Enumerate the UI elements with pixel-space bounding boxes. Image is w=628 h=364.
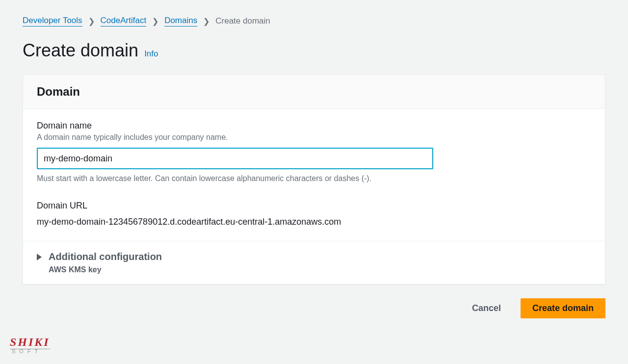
breadcrumb: Developer Tools ❯ CodeArtifact ❯ Domains…	[23, 16, 605, 26]
domain-name-field: Domain name A domain name typically incl…	[37, 121, 591, 183]
domain-name-description: A domain name typically includes your co…	[37, 133, 591, 142]
caret-right-icon	[37, 254, 42, 260]
breadcrumb-developer-tools[interactable]: Developer Tools	[23, 16, 82, 26]
domain-url-value: my-demo-domain-123456789012.d.codeartifa…	[37, 217, 591, 227]
additional-configuration-title: Additional configuration	[49, 251, 162, 262]
domain-url-label: Domain URL	[37, 201, 591, 211]
panel-header: Domain	[23, 75, 605, 109]
info-link[interactable]: Info	[144, 49, 158, 59]
page-title: Create domain	[23, 40, 138, 61]
button-row: Cancel Create domain	[23, 298, 605, 318]
breadcrumb-codeartifact[interactable]: CodeArtifact	[101, 16, 147, 26]
additional-configuration-section: Additional configuration AWS KMS key	[23, 241, 605, 284]
domain-url-section: Domain URL my-demo-domain-123456789012.d…	[37, 201, 591, 227]
panel-title: Domain	[37, 85, 591, 99]
breadcrumb-current: Create domain	[215, 16, 270, 26]
domain-name-label: Domain name	[37, 121, 591, 131]
chevron-right-icon: ❯	[152, 17, 158, 26]
cancel-button[interactable]: Cancel	[460, 298, 513, 318]
logo-main: SHIKI	[10, 336, 50, 349]
chevron-right-icon: ❯	[88, 17, 95, 26]
chevron-right-icon: ❯	[203, 17, 209, 26]
shiki-logo: SHIKI SOFT	[10, 336, 50, 354]
breadcrumb-domains[interactable]: Domains	[164, 16, 197, 26]
domain-panel: Domain Domain name A domain name typical…	[23, 75, 605, 285]
domain-name-input[interactable]	[37, 148, 433, 169]
domain-name-constraint: Must start with a lowercase letter. Can …	[37, 174, 591, 183]
additional-configuration-subtitle: AWS KMS key	[49, 265, 591, 274]
additional-configuration-toggle[interactable]: Additional configuration	[37, 251, 591, 262]
create-domain-button[interactable]: Create domain	[521, 298, 605, 318]
